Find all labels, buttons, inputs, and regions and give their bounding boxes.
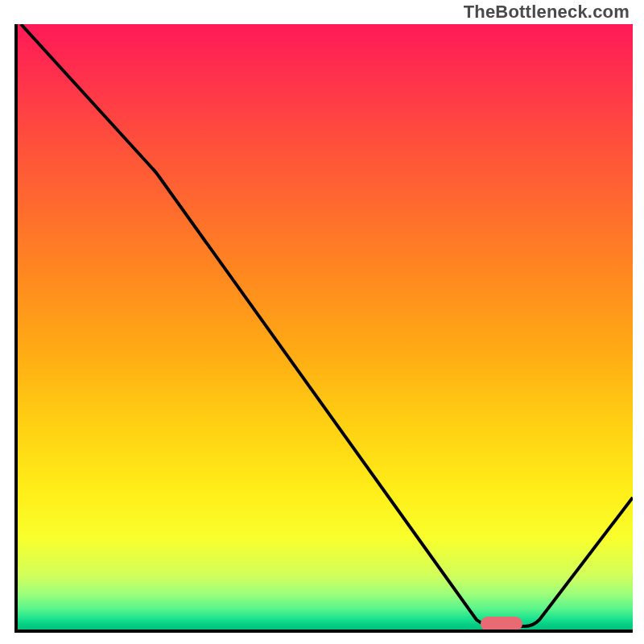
chart-container: TheBottleneck.com	[0, 0, 644, 644]
curve-path	[21, 24, 633, 626]
optimal-marker	[481, 617, 522, 631]
plot-area	[14, 24, 633, 633]
watermark-text: TheBottleneck.com	[464, 2, 630, 23]
bottleneck-curve	[18, 24, 633, 630]
